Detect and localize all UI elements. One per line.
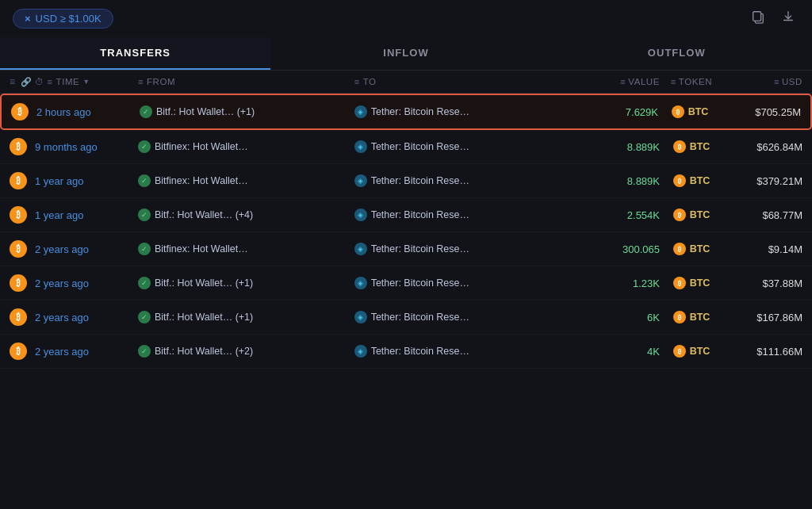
row-time: 2 years ago bbox=[35, 312, 138, 323]
to-entity-icon: ◈ bbox=[354, 243, 367, 255]
row-from: ✓ Bitfinex: Hot Wallet… bbox=[138, 174, 354, 187]
table-body: ₿ 2 hours ago ✓ Bitf.: Hot Wallet… (+1) … bbox=[0, 94, 812, 369]
from-entity-icon: ✓ bbox=[138, 174, 151, 187]
usd-label[interactable]: USD bbox=[782, 77, 802, 86]
time-label[interactable]: TIME bbox=[56, 77, 80, 86]
row-usd: $9.14M bbox=[723, 243, 802, 255]
token-coin-icon: ₿ bbox=[673, 209, 686, 221]
row-usd: $379.21M bbox=[723, 175, 802, 187]
btc-icon: ₿ bbox=[10, 343, 27, 360]
row-coin-icon: ₿ bbox=[10, 172, 35, 189]
from-text: Bitf.: Hot Wallet… (+1) bbox=[156, 106, 255, 117]
table-row[interactable]: ₿ 2 hours ago ✓ Bitf.: Hot Wallet… (+1) … bbox=[0, 94, 812, 130]
table-row[interactable]: ₿ 1 year ago ✓ Bitfinex: Hot Wallet… ◈ T… bbox=[0, 164, 812, 198]
row-time: 2 years ago bbox=[35, 243, 138, 255]
row-usd: $167.86M bbox=[723, 312, 802, 323]
row-from: ✓ Bitf.: Hot Wallet… (+4) bbox=[138, 209, 354, 221]
to-text: Tether: Bitcoin Rese… bbox=[371, 346, 469, 357]
row-coin-icon: ₿ bbox=[10, 308, 35, 326]
row-time: 2 hours ago bbox=[36, 106, 140, 118]
to-entity-icon: ◈ bbox=[354, 209, 367, 221]
token-text: BTC bbox=[690, 312, 710, 323]
value-filter-icon: ≡ bbox=[620, 77, 626, 86]
row-from: ✓ Bitfinex: Hot Wallet… bbox=[138, 140, 354, 153]
download-button[interactable] bbox=[777, 8, 799, 29]
table-row[interactable]: ₿ 9 months ago ✓ Bitfinex: Hot Wallet… ◈… bbox=[0, 130, 812, 164]
column-headers: ≡ 🔗 ⏱ ≡ TIME ▼ ≡ FROM ≡ TO ≡ VALUE ≡ TOK… bbox=[0, 71, 812, 94]
table-row[interactable]: ₿ 2 years ago ✓ Bitfinex: Hot Wallet… ◈ … bbox=[0, 232, 812, 266]
to-label[interactable]: TO bbox=[363, 77, 377, 86]
table-row[interactable]: ₿ 2 years ago ✓ Bitf.: Hot Wallet… (+1) … bbox=[0, 266, 812, 300]
copy-button[interactable] bbox=[747, 8, 769, 29]
value-label[interactable]: VALUE bbox=[628, 77, 660, 86]
tab-inflow[interactable]: INFLOW bbox=[270, 37, 541, 70]
col-value-header[interactable]: ≡ VALUE bbox=[588, 77, 660, 86]
to-filter-icon: ≡ bbox=[354, 77, 360, 86]
row-value: 1.23K bbox=[588, 277, 660, 289]
filter-label: USD ≥ $1.00K bbox=[36, 13, 102, 25]
row-token: ₿ BTC bbox=[660, 209, 723, 221]
row-usd: $111.66M bbox=[723, 346, 802, 358]
row-to: ◈ Tether: Bitcoin Rese… bbox=[354, 174, 588, 187]
close-filter-icon[interactable]: × bbox=[25, 13, 31, 25]
btc-icon: ₿ bbox=[10, 138, 27, 155]
btc-icon: ₿ bbox=[11, 103, 29, 121]
row-to: ◈ Tether: Bitcoin Rese… bbox=[354, 345, 588, 358]
tab-transfers[interactable]: TRANSFERS bbox=[0, 37, 270, 70]
row-to: ◈ Tether: Bitcoin Rese… bbox=[354, 140, 588, 153]
btc-icon: ₿ bbox=[10, 274, 27, 292]
btc-icon: ₿ bbox=[10, 308, 27, 326]
to-entity-icon: ◈ bbox=[354, 277, 367, 289]
token-label[interactable]: TOKEN bbox=[679, 77, 712, 86]
tab-outflow[interactable]: OUTFLOW bbox=[542, 37, 812, 70]
token-coin-icon: ₿ bbox=[673, 345, 686, 358]
to-text: Tether: Bitcoin Rese… bbox=[371, 175, 469, 186]
token-text: BTC bbox=[690, 175, 710, 186]
table-row[interactable]: ₿ 2 years ago ✓ Bitf.: Hot Wallet… (+2) … bbox=[0, 335, 812, 369]
col-usd-header[interactable]: ≡ USD bbox=[723, 77, 802, 86]
from-filter-icon: ≡ bbox=[138, 77, 144, 86]
row-from: ✓ Bitf.: Hot Wallet… (+1) bbox=[138, 311, 354, 323]
col-from-header[interactable]: ≡ FROM bbox=[138, 77, 354, 86]
row-value: 8.889K bbox=[588, 175, 660, 187]
token-coin-icon: ₿ bbox=[673, 243, 686, 255]
from-text: Bitf.: Hot Wallet… (+1) bbox=[155, 277, 253, 289]
from-label[interactable]: FROM bbox=[147, 77, 175, 86]
row-coin-icon: ₿ bbox=[10, 138, 35, 155]
token-text: BTC bbox=[690, 277, 710, 289]
table-row[interactable]: ₿ 1 year ago ✓ Bitf.: Hot Wallet… (+4) ◈… bbox=[0, 198, 812, 232]
col-time-header[interactable]: ⏱ ≡ TIME ▼ bbox=[35, 77, 138, 86]
link-icon[interactable]: 🔗 bbox=[21, 77, 33, 86]
row-usd: $68.77M bbox=[723, 209, 802, 221]
row-value: 7.629K bbox=[587, 106, 658, 118]
col-token-header[interactable]: ≡ TOKEN bbox=[660, 77, 723, 86]
svg-rect-1 bbox=[753, 12, 761, 21]
row-coin-icon: ₿ bbox=[10, 240, 35, 258]
from-text: Bitfinex: Hot Wallet… bbox=[155, 141, 248, 152]
to-entity-icon: ◈ bbox=[354, 140, 367, 153]
row-coin-icon: ₿ bbox=[10, 206, 35, 224]
row-to: ◈ Tether: Bitcoin Rese… bbox=[354, 243, 588, 255]
row-token: ₿ BTC bbox=[660, 277, 723, 289]
token-coin-icon: ₿ bbox=[672, 105, 684, 118]
filter-badge[interactable]: × USD ≥ $1.00K bbox=[13, 9, 113, 29]
to-entity-icon: ◈ bbox=[354, 105, 367, 118]
from-entity-icon: ✓ bbox=[138, 243, 151, 255]
to-text: Tether: Bitcoin Rese… bbox=[371, 209, 469, 220]
time-sort-triangle: ▼ bbox=[82, 78, 90, 86]
row-to: ◈ Tether: Bitcoin Rese… bbox=[354, 277, 588, 289]
table-row[interactable]: ₿ 2 years ago ✓ Bitf.: Hot Wallet… (+1) … bbox=[0, 300, 812, 335]
col-to-header[interactable]: ≡ TO bbox=[354, 77, 588, 86]
row-to: ◈ Tether: Bitcoin Rese… bbox=[354, 105, 587, 118]
row-value: 2.554K bbox=[588, 209, 660, 221]
from-entity-icon: ✓ bbox=[138, 277, 151, 289]
col-icon-spacer: ≡ 🔗 bbox=[10, 76, 35, 87]
row-time: 2 years ago bbox=[35, 346, 138, 358]
from-entity-icon: ✓ bbox=[140, 105, 152, 118]
from-text: Bitf.: Hot Wallet… (+2) bbox=[155, 346, 253, 357]
from-text: Bitfinex: Hot Wallet… bbox=[155, 175, 248, 186]
time-sort-icon: ≡ bbox=[48, 77, 53, 86]
filter-all-icon[interactable]: ≡ bbox=[10, 76, 16, 87]
to-entity-icon: ◈ bbox=[354, 345, 367, 358]
top-icons bbox=[747, 8, 799, 29]
